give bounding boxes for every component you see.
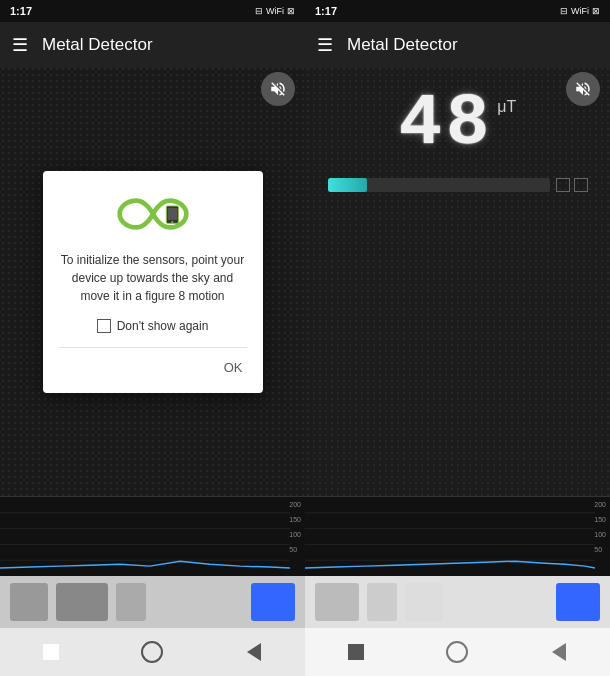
right-main-content: 48 μT [305, 68, 610, 496]
dialog-logo [59, 189, 247, 239]
progress-container [328, 178, 588, 192]
right-speaker-icon [574, 80, 592, 98]
left-menu-icon[interactable]: ☰ [12, 34, 28, 56]
value-display: 48 μT [399, 88, 516, 160]
left-graph-area: 200 150 100 50 [0, 496, 305, 576]
left-home-icon [141, 641, 163, 663]
dont-show-checkbox[interactable] [97, 319, 111, 333]
left-graph-svg [0, 497, 305, 576]
left-home-button[interactable] [132, 632, 172, 672]
progress-indicator-2 [574, 178, 588, 192]
dialog-box: To initialize the sensors, point your de… [43, 171, 263, 393]
right-recent-tray [305, 576, 610, 628]
left-recent-thumb-4[interactable] [251, 583, 295, 621]
right-home-button[interactable] [437, 632, 477, 672]
right-speaker-button[interactable] [566, 72, 600, 106]
svg-rect-1 [167, 208, 176, 220]
right-back-button[interactable] [539, 632, 579, 672]
right-app-bar: ☰ Metal Detector [305, 22, 610, 68]
dialog-ok-button[interactable]: OK [59, 356, 247, 379]
right-recent-thumb-2[interactable] [367, 583, 397, 621]
right-recent-thumb-4[interactable] [556, 583, 600, 621]
left-nav-bar [0, 628, 305, 676]
right-nav-bar [305, 628, 610, 676]
left-back-icon [247, 643, 261, 661]
right-recent-thumb-1[interactable] [315, 583, 359, 621]
left-recent-thumb-3[interactable] [116, 583, 146, 621]
left-recent-thumb-1[interactable] [10, 583, 48, 621]
left-speaker-icon [269, 80, 287, 98]
left-status-bar: 1:17 ⊟ WiFi ⊠ [0, 0, 305, 22]
left-stop-icon [43, 644, 59, 660]
right-status-time: 1:17 [315, 5, 337, 17]
right-status-bar: 1:17 ⊟ WiFi ⊠ [305, 0, 610, 22]
left-stop-button[interactable] [31, 632, 71, 672]
right-menu-icon[interactable]: ☰ [317, 34, 333, 56]
right-recent-thumb-3[interactable] [405, 583, 443, 621]
left-main-content: To initialize the sensors, point your de… [0, 68, 305, 496]
left-panel: 1:17 ⊟ WiFi ⊠ ☰ Metal Detector [0, 0, 305, 676]
dialog-overlay: To initialize the sensors, point your de… [0, 68, 305, 496]
dialog-divider [59, 347, 247, 348]
right-graph-svg [305, 497, 610, 576]
left-back-button[interactable] [234, 632, 274, 672]
left-status-time: 1:17 [10, 5, 32, 17]
right-app-title: Metal Detector [347, 35, 458, 55]
progress-bar-fill [328, 178, 368, 192]
measurement-value: 48 [399, 88, 493, 160]
left-speaker-button[interactable] [261, 72, 295, 106]
right-stop-icon [348, 644, 364, 660]
progress-indicators [556, 178, 588, 192]
progress-indicator-1 [556, 178, 570, 192]
infinity-icon [113, 192, 193, 236]
dialog-message: To initialize the sensors, point your de… [59, 251, 247, 305]
progress-bar-track [328, 178, 550, 192]
left-app-title: Metal Detector [42, 35, 153, 55]
left-recent-tray [0, 576, 305, 628]
right-stop-button[interactable] [336, 632, 376, 672]
right-graph-area: 200 150 100 50 [305, 496, 610, 576]
right-status-icons: ⊟ WiFi ⊠ [560, 6, 600, 16]
dont-show-label: Don't show again [117, 319, 209, 333]
measurement-unit: μT [497, 98, 516, 116]
left-app-bar: ☰ Metal Detector [0, 22, 305, 68]
left-recent-thumb-2[interactable] [56, 583, 108, 621]
svg-point-2 [171, 221, 173, 223]
right-panel: 1:17 ⊟ WiFi ⊠ ☰ Metal Detector 48 μT [305, 0, 610, 676]
left-status-icons: ⊟ WiFi ⊠ [255, 6, 295, 16]
right-home-icon [446, 641, 468, 663]
dialog-checkbox-row: Don't show again [59, 319, 247, 333]
right-back-icon [552, 643, 566, 661]
